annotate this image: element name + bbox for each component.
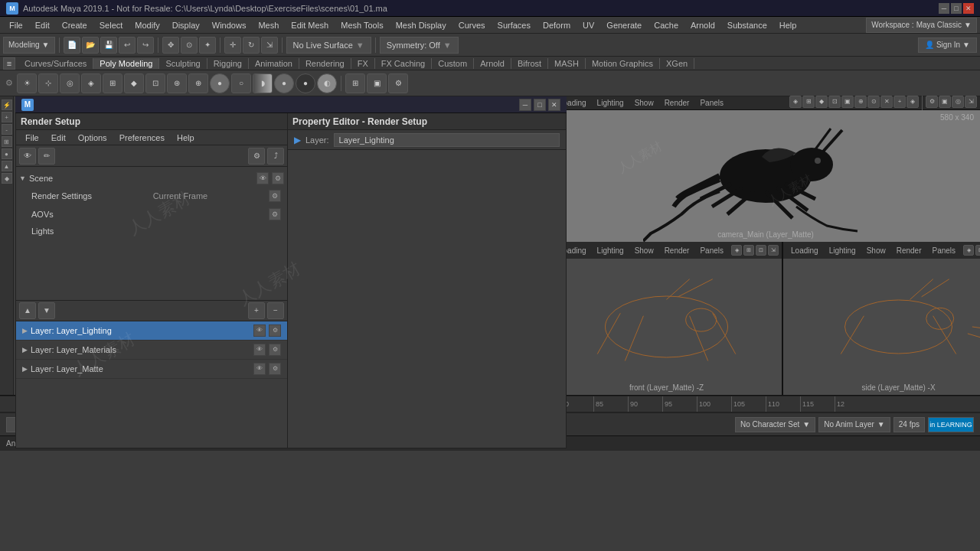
rs-edit-button[interactable]: ✏	[38, 148, 55, 165]
rs-scene-settings-button[interactable]: ⚙	[272, 172, 284, 184]
rs-layer-lighting[interactable]: ▶ Layer: Layer_Lighting 👁 ⚙	[16, 321, 287, 341]
shelf-menu-button[interactable]: ≡	[3, 57, 15, 70]
shelf-icon-paint[interactable]: ◈	[81, 73, 101, 93]
shelf-icon-sphere[interactable]: ●	[210, 73, 230, 93]
vp-tool-3[interactable]: ◆	[815, 96, 828, 108]
vp-tool-6[interactable]: ⊕	[854, 96, 867, 108]
linked-in-button[interactable]: in LEARNING	[928, 417, 974, 432]
restore-button[interactable]: □	[951, 3, 962, 14]
character-set-dropdown[interactable]: No Character Set ▼	[735, 417, 815, 432]
shelf-icon-gradient[interactable]: ◗	[253, 73, 273, 93]
pe-layer-name-input[interactable]	[334, 133, 560, 147]
viewport-menu-render[interactable]: Render	[660, 98, 694, 108]
sidebar-tool-5[interactable]: ●	[2, 148, 12, 159]
rs-menu-preferences[interactable]: Preferences	[113, 132, 171, 144]
shelf-icon-circle[interactable]: ●	[274, 73, 294, 93]
viewport-menu-show[interactable]: Show	[630, 98, 658, 108]
shelf-tab-animation[interactable]: Animation	[249, 58, 299, 69]
rs-move-up-button[interactable]: ▲	[19, 302, 36, 319]
vp-front-tool-3[interactable]: ⊡	[756, 245, 766, 256]
rs-menu-edit[interactable]: Edit	[45, 132, 72, 144]
rs-move-down-button[interactable]: ▼	[38, 302, 55, 319]
vp-front-tool-2[interactable]: ⊞	[743, 245, 754, 256]
rs-settings-button[interactable]: ⚙	[248, 148, 265, 165]
minimize-button[interactable]: ─	[939, 3, 949, 14]
shelf-tab-rigging[interactable]: Rigging	[207, 58, 249, 69]
sidebar-tool-6[interactable]: ▲	[2, 161, 12, 171]
menu-help[interactable]: Help	[773, 19, 803, 31]
float-titlebar[interactable]: M ─ □ ✕	[15, 96, 567, 113]
rotate-tool-button[interactable]: ↻	[243, 37, 260, 54]
menu-deform[interactable]: Deform	[537, 19, 577, 31]
viewport-front-content[interactable]: front (Layer_Matte) -Z	[551, 259, 782, 395]
lasso-tool-button[interactable]: ⊙	[181, 37, 198, 54]
viewport-side-menu-render[interactable]: Render	[892, 246, 926, 256]
viewport-side-menu-loading[interactable]: Loading	[786, 246, 823, 256]
shelf-icon-ring[interactable]: ○	[231, 73, 251, 93]
shelf-tab-fx[interactable]: FX	[351, 58, 375, 69]
rs-render-settings-gear-button[interactable]: ⚙	[269, 190, 281, 202]
scale-tool-button[interactable]: ⇲	[261, 37, 278, 54]
float-close-button[interactable]: ✕	[548, 99, 560, 111]
pe-layer-arrow-icon[interactable]: ▶	[294, 135, 301, 145]
vp-front-expand-button[interactable]: ⇲	[768, 245, 779, 256]
menu-generate[interactable]: Generate	[600, 19, 648, 31]
viewport-menu-panels[interactable]: Panels	[695, 98, 728, 108]
viewport-front-menu-show[interactable]: Show	[630, 246, 658, 256]
viewport-front-menu-panels[interactable]: Panels	[695, 246, 728, 256]
rs-layer-lighting-eye-icon[interactable]: 👁	[253, 324, 266, 337]
rs-remove-layer-button[interactable]: −	[267, 302, 284, 319]
menu-edit[interactable]: Edit	[29, 19, 56, 31]
menu-curves[interactable]: Curves	[452, 19, 492, 31]
sign-in-button[interactable]: 👤 Sign In ▼	[918, 37, 977, 53]
viewport-front-menu-render[interactable]: Render	[660, 246, 694, 256]
shelf-icon-select[interactable]: ⊹	[38, 73, 58, 93]
menu-surfaces[interactable]: Surfaces	[492, 19, 537, 31]
vp-tool-5[interactable]: ▣	[841, 96, 854, 108]
vp-side-tool-2[interactable]: ⊞	[975, 245, 980, 256]
rs-layer-lighting-settings-icon[interactable]: ⚙	[269, 324, 281, 337]
menu-windows[interactable]: Windows	[206, 19, 253, 31]
close-button[interactable]: ✕	[963, 3, 974, 14]
menu-cache[interactable]: Cache	[648, 19, 684, 31]
rs-scene-eye-button[interactable]: 👁	[256, 172, 269, 184]
shelf-tab-motion-graphics[interactable]: Motion Graphics	[586, 58, 660, 69]
menu-file[interactable]: File	[3, 19, 29, 31]
select-tool-button[interactable]: ✥	[162, 37, 179, 54]
rs-layer-matte-settings-icon[interactable]: ⚙	[269, 363, 281, 375]
rs-render-settings-item[interactable]: Render Settings Current Frame ⚙	[16, 187, 287, 205]
menu-create[interactable]: Create	[56, 19, 93, 31]
mode-dropdown[interactable]: Modeling ▼	[3, 37, 55, 54]
shelf-icon-soft[interactable]: ◆	[124, 73, 144, 93]
vp-front-tool-1[interactable]: ◈	[731, 245, 742, 256]
menu-mesh-display[interactable]: Mesh Display	[390, 19, 452, 31]
rs-layer-materials-eye-icon[interactable]: 👁	[253, 344, 266, 356]
shelf-icon-crease[interactable]: ⊛	[167, 73, 187, 93]
rs-layer-matte[interactable]: ▶ Layer: Layer_Matte 👁 ⚙	[16, 360, 287, 379]
shelf-icon-render-group[interactable]: ⊞	[345, 73, 365, 93]
shelf-tab-fx-caching[interactable]: FX Caching	[375, 58, 432, 69]
viewport-menu-lighting[interactable]: Lighting	[593, 98, 629, 108]
rs-menu-file[interactable]: File	[19, 132, 45, 144]
menu-mesh-tools[interactable]: Mesh Tools	[335, 19, 389, 31]
redo-button[interactable]: ↪	[137, 37, 154, 54]
vp-panel-button[interactable]: ▣	[939, 96, 951, 108]
shelf-tab-arnold[interactable]: Arnold	[474, 58, 511, 69]
viewport-front-menu-lighting[interactable]: Lighting	[593, 246, 629, 256]
vp-tool-9[interactable]: +	[893, 96, 906, 108]
rs-menu-options[interactable]: Options	[72, 132, 113, 144]
menu-uv[interactable]: UV	[577, 19, 600, 31]
paint-select-button[interactable]: ✦	[199, 37, 216, 54]
vp-expand-button[interactable]: ⇲	[965, 96, 977, 108]
vp-side-tool-1[interactable]: ◈	[963, 245, 974, 256]
menu-substance[interactable]: Substance	[721, 19, 773, 31]
vp-tool-4[interactable]: ⊡	[828, 96, 841, 108]
viewport-side-menu-panels[interactable]: Panels	[927, 246, 960, 256]
shelf-tab-custom[interactable]: Custom	[432, 58, 474, 69]
open-file-button[interactable]: 📂	[82, 37, 99, 54]
shelf-icon-render-settings[interactable]: ⚙	[388, 73, 408, 93]
rs-aovs-item[interactable]: AOVs ⚙	[16, 205, 287, 223]
viewport-side-content[interactable]: side (Layer_Matte) -X	[783, 259, 980, 395]
float-minimize-button[interactable]: ─	[519, 99, 531, 111]
menu-mesh[interactable]: Mesh	[252, 19, 285, 31]
